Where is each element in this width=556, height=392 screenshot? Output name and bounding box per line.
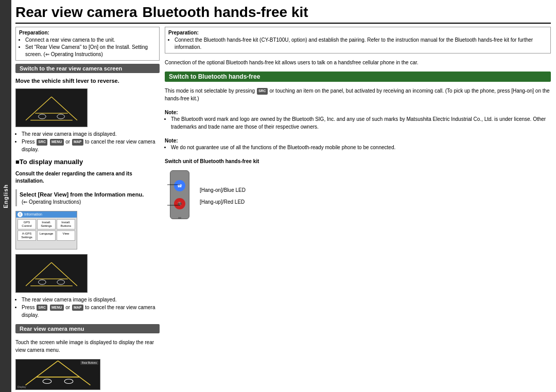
instruction-shift-lever: Move the vehicle shift lever to reverse. (15, 77, 160, 84)
title-bluetooth: Bluetooth hands-free kit (143, 4, 308, 21)
right-column: Preparation: Connect the Bluetooth hands… (165, 27, 551, 392)
note-item-2: We do not guarantee use of all the funct… (171, 144, 551, 151)
note-section-2: Note: We do not guarantee use of all the… (165, 138, 551, 151)
bullet-item-2-2: Press SRC MENU or MAP to cancel the rear… (22, 304, 160, 319)
note-title-1: Note: (165, 110, 551, 115)
info-screen-title-bar: i Information (16, 211, 77, 218)
language-tab: English (0, 0, 11, 392)
bullet-item-1-1: The rear view camera image is displayed. (22, 130, 160, 138)
right-prep-item-1: Connect the Bluetooth hands-free kit (CY… (175, 37, 547, 51)
info-cell-buttons: Install.Buttons (57, 219, 75, 229)
btn-menu-badge-1: MENU (50, 139, 64, 146)
svg-point-16 (64, 379, 73, 383)
op-instructions-ref: (⇐ Operating Instructions) (22, 199, 157, 205)
btn-menu-badge-2: MENU (50, 305, 64, 311)
section-bar-rear-view: Switch to the rear view camera screen (15, 64, 160, 73)
rear-buttons-label: Rear Buttons (80, 361, 98, 365)
note-item-1: The Bluetooth word mark and logo are own… (171, 115, 551, 131)
left-prep-title: Preparation: (19, 29, 156, 37)
svg-point-4 (39, 114, 46, 119)
bullet-item-1-2: Press SRC MENU or MAP to cancel the rear… (22, 138, 160, 153)
svg-point-10 (39, 280, 46, 284)
section-bar-cam-menu: Rear view camera menu (15, 324, 160, 333)
hang-up-label-text: [Hang-up]/Red LED (200, 199, 245, 205)
note-title-2: Note: (165, 138, 551, 144)
btn-src-badge-2: SRC (37, 305, 47, 311)
svg-line-12 (26, 361, 58, 385)
info-icon: i (18, 212, 23, 217)
bullet-list-2: The rear view camera image is displayed.… (15, 296, 160, 319)
info-cell-gps: GPSControl (18, 219, 36, 229)
svg-point-11 (57, 280, 65, 284)
main-content: Rear view camera Bluetooth hands-free ki… (11, 0, 556, 392)
info-screen-label: Information (24, 212, 42, 216)
hang-on-label-text: [Hang-on]/Blue LED (200, 187, 246, 193)
bt-labels-container: [Hang-on]/Blue LED [Hang-up]/Red LED (200, 187, 246, 205)
right-prep-box: Preparation: Connect the Bluetooth hands… (165, 27, 551, 54)
bullet-item-2-1: The rear view camera image is displayed. (22, 296, 160, 304)
note-list-1: The Bluetooth word mark and logo are own… (165, 115, 551, 131)
btn-map-badge-1: MAP (72, 139, 83, 146)
consult-text: Consult the dealer regarding the camera … (15, 170, 160, 185)
rear-cam-menu-desc: Touch the screen while image is displaye… (15, 338, 160, 354)
left-prep-item-2: Set "Rear View Camera" to [On] on the In… (25, 44, 156, 58)
switch-unit-title: Switch unit of Bluetooth hands-free kit (165, 158, 551, 164)
section-bar-bluetooth: Switch to Bluetooth hands-free (165, 72, 551, 82)
info-cell-view: View (57, 230, 75, 241)
btn-map-badge-2: MAP (72, 305, 83, 311)
left-column: Preparation: Connect a rear view camera … (15, 27, 160, 392)
btn-src-badge-right: SRC (257, 88, 268, 95)
two-col-layout: Preparation: Connect a rear view camera … (15, 27, 551, 392)
info-cell-agps: A-GPSSettings (18, 230, 36, 241)
select-instruction: Select [Rear View] from the Information … (20, 191, 157, 199)
svg-point-15 (43, 379, 51, 383)
header-titles: Rear view camera Bluetooth hands-free ki… (15, 4, 551, 24)
hang-on-label: [Hang-on]/Blue LED (200, 187, 246, 193)
svg-point-5 (57, 114, 65, 119)
title-rear-view: Rear view camera (15, 4, 137, 21)
language-label: English (3, 184, 9, 208)
page-container: English Rear view camera Bluetooth hands… (0, 0, 556, 392)
bullet-list-1: The rear view camera image is displayed.… (15, 130, 160, 153)
right-prep-title: Preparation: (168, 29, 547, 37)
info-grid: GPSControl Install.Settings Install.Butt… (16, 218, 77, 243)
left-prep-item-1: Connect a rear view camera to the unit. (25, 37, 156, 44)
info-cell-language: Language (37, 230, 56, 241)
bt-unit-box: ☎ 📵 (165, 170, 551, 222)
hang-up-label: [Hang-up]/Red LED (200, 199, 246, 205)
cam-bottom-label: Display (18, 385, 26, 388)
bottom-camera-image: Rear Buttons Display (15, 359, 100, 390)
info-screen-mockup: i Information GPSControl Install.Setting… (15, 211, 77, 250)
bt-mode-description: This mode is not selectable by pressing … (165, 87, 551, 102)
select-instruction-box: Select [Rear View] from the Information … (15, 189, 160, 206)
left-prep-box: Preparation: Connect a rear view camera … (15, 27, 160, 61)
info-cell-install: Install.Settings (37, 219, 56, 229)
note-section-1: Note: The Bluetooth word mark and logo a… (165, 110, 551, 131)
bt-description: Connection of the optional Bluetooth han… (165, 59, 551, 66)
bt-labels-svg (165, 170, 196, 222)
btn-src-badge-1: SRC (37, 139, 47, 146)
camera-image-2 (15, 254, 88, 293)
bt-device-container: ☎ 📵 (165, 170, 196, 222)
to-display-manual-title: ■To display manually (15, 158, 160, 166)
note-list-2: We do not guarantee use of all the funct… (165, 144, 551, 151)
camera-image-1 (15, 88, 88, 127)
